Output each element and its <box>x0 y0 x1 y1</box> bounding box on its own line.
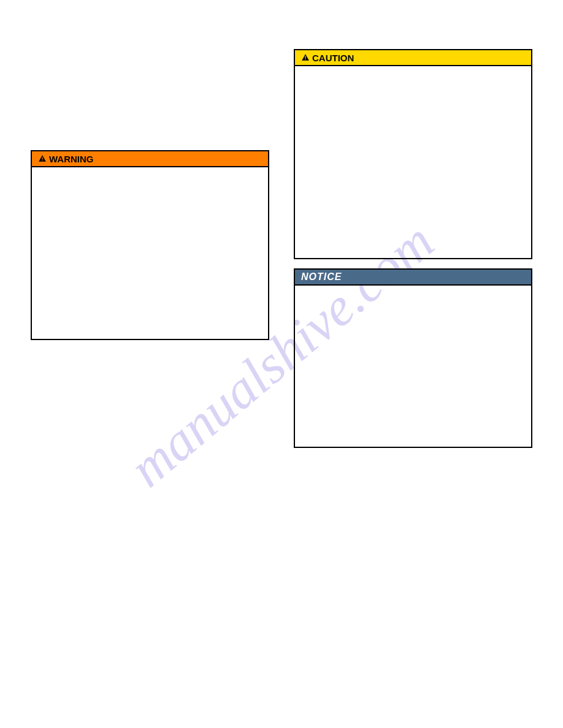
warning-label: WARNING <box>49 154 94 164</box>
warning-header: WARNING <box>32 151 268 167</box>
notice-label: NOTICE <box>301 271 342 282</box>
svg-point-1 <box>305 59 305 59</box>
warning-box: WARNING <box>31 150 269 340</box>
caution-body <box>295 66 531 258</box>
caution-label: CAUTION <box>312 53 354 63</box>
svg-point-0 <box>42 160 42 161</box>
content-columns: WARNING CAUTION <box>31 49 532 457</box>
caution-box: CAUTION <box>294 49 532 259</box>
warning-body <box>32 167 268 339</box>
manual-page: manualshive.com WARNING <box>0 0 563 728</box>
left-column: WARNING <box>31 49 269 457</box>
caution-header: CAUTION <box>295 50 531 66</box>
notice-body <box>295 286 531 447</box>
notice-box: NOTICE <box>294 268 532 448</box>
alert-triangle-icon <box>301 53 310 62</box>
alert-triangle-icon <box>38 154 47 163</box>
notice-header: NOTICE <box>295 270 531 286</box>
right-column: CAUTION NOTICE <box>294 49 532 457</box>
